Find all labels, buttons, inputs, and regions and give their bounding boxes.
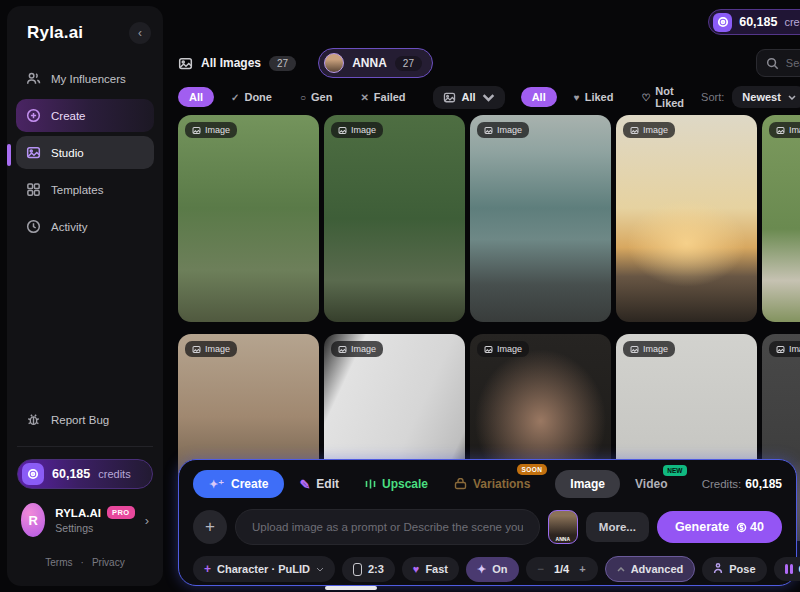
image-card[interactable]: Image bbox=[324, 115, 465, 322]
sidebar-item-activity[interactable]: Activity bbox=[16, 210, 154, 243]
heart-icon: ♥ bbox=[574, 92, 580, 103]
generate-cost: 40 bbox=[736, 520, 764, 534]
tab-anna[interactable]: ANNA 27 bbox=[318, 48, 433, 78]
sidebar-item-create[interactable]: Create bbox=[16, 99, 154, 132]
filter-status-gen[interactable]: ○Gen bbox=[289, 87, 343, 107]
sidebar-item-studio[interactable]: Studio bbox=[16, 136, 154, 169]
circle-icon: ○ bbox=[300, 92, 306, 103]
search-icon bbox=[766, 57, 779, 70]
outfit-icon bbox=[785, 564, 793, 574]
batch-count-value: 1/4 bbox=[554, 563, 569, 575]
plus-circle-icon bbox=[26, 108, 41, 123]
composer-tab-create[interactable]: ✦⁺Create bbox=[193, 470, 284, 498]
terms-link[interactable]: Terms bbox=[45, 557, 72, 568]
generate-button[interactable]: Generate 40 bbox=[657, 511, 782, 543]
upscale-bars-icon bbox=[365, 478, 376, 490]
sort-label: Sort: bbox=[701, 91, 724, 103]
collection-tabs: All Images 27 ANNA 27 bbox=[178, 44, 800, 82]
character-model-dropdown[interactable]: + Character · PuLID bbox=[193, 556, 335, 582]
generation-composer: ✦⁺Create ✎Edit Upscale Variations SOON I… bbox=[178, 459, 797, 586]
portrait-ratio-icon bbox=[353, 563, 362, 576]
grid-icon bbox=[26, 182, 41, 197]
sidebar-item-templates[interactable]: Templates bbox=[16, 173, 154, 206]
settings-link[interactable]: Settings bbox=[55, 522, 134, 534]
sidebar-credits-badge[interactable]: 60,185 credits bbox=[17, 459, 153, 489]
decrease-button[interactable]: − bbox=[538, 563, 544, 575]
coin-icon bbox=[736, 522, 747, 533]
image-icon bbox=[338, 345, 347, 354]
image-type-badge: Image bbox=[477, 122, 529, 138]
pose-button[interactable]: Pose bbox=[702, 557, 766, 582]
advanced-button[interactable]: Advanced bbox=[605, 556, 696, 582]
sort-dropdown[interactable]: Newest bbox=[732, 86, 800, 108]
sidebar-collapse-button[interactable]: ‹ bbox=[129, 22, 151, 44]
soon-badge: SOON bbox=[517, 464, 548, 475]
chevron-down-icon bbox=[482, 91, 495, 104]
image-card[interactable]: Image bbox=[470, 115, 611, 322]
tab-all-images[interactable]: All Images 27 bbox=[178, 56, 296, 71]
filter-like-all[interactable]: All bbox=[521, 87, 557, 107]
filter-liked[interactable]: ♥Liked bbox=[563, 87, 625, 107]
sidebar-item-my-influencers[interactable]: My Influencers bbox=[16, 62, 154, 95]
check-icon: ✓ bbox=[231, 92, 239, 103]
filter-status-done[interactable]: ✓Done bbox=[220, 87, 283, 107]
increase-button[interactable]: + bbox=[579, 563, 585, 575]
more-button[interactable]: More... bbox=[586, 512, 649, 542]
aspect-ratio-button[interactable]: 2:3 bbox=[342, 557, 395, 582]
image-type-badge: Image bbox=[331, 122, 383, 138]
credits-suffix: credits bbox=[98, 468, 130, 480]
chevron-up-icon bbox=[617, 567, 625, 572]
profile-name: RYLA.AI bbox=[55, 507, 101, 519]
fast-mode-button[interactable]: ♥ Fast bbox=[402, 557, 459, 581]
character-avatar[interactable]: ANNA bbox=[548, 510, 578, 544]
avatar bbox=[324, 53, 344, 73]
sidebar-menu: My Influencers Create Studio Templates A… bbox=[7, 58, 163, 247]
mode-image-button[interactable]: Image bbox=[555, 470, 620, 498]
composer-tab-upscale[interactable]: Upscale bbox=[354, 471, 439, 497]
composer-tab-variations[interactable]: Variations SOON bbox=[443, 471, 541, 497]
enhance-toggle[interactable]: ✦ On bbox=[466, 557, 519, 582]
active-indicator bbox=[7, 144, 11, 166]
mode-video-button[interactable]: Video NEW bbox=[624, 471, 678, 497]
credits-amount: 60,185 bbox=[52, 467, 90, 481]
header-credits-badge[interactable]: 60,185 credits bbox=[708, 9, 800, 35]
filter-status-all[interactable]: All bbox=[178, 87, 214, 107]
outfit-button[interactable]: Outfit bbox=[774, 557, 800, 581]
pencil-icon: ✎ bbox=[299, 477, 310, 492]
basket-icon bbox=[454, 478, 467, 490]
composer-tab-edit[interactable]: ✎Edit bbox=[288, 471, 350, 498]
image-icon bbox=[192, 345, 201, 354]
filter-bar: All ✓Done ○Gen ✕Failed All All ♥Liked ♡N… bbox=[178, 82, 800, 112]
image-card[interactable]: Image bbox=[178, 115, 319, 322]
users-icon bbox=[26, 71, 41, 86]
prompt-input[interactable] bbox=[235, 509, 540, 545]
tab-count: 27 bbox=[395, 56, 422, 71]
image-type-badge: Image bbox=[331, 341, 383, 357]
sidebar-item-label: Create bbox=[51, 110, 86, 122]
chevron-right-icon: › bbox=[145, 513, 149, 528]
image-card[interactable]: Image bbox=[616, 115, 757, 322]
image-card[interactable]: Image bbox=[762, 115, 800, 322]
image-icon bbox=[192, 126, 201, 135]
person-icon bbox=[713, 563, 723, 576]
sparkle-icon: ✦⁺ bbox=[209, 478, 224, 491]
composer-credits: Credits:60,185 bbox=[702, 477, 782, 491]
image-icon bbox=[338, 126, 347, 135]
filter-status-failed[interactable]: ✕Failed bbox=[349, 87, 416, 107]
image-icon bbox=[630, 345, 639, 354]
image-type-badge: Image bbox=[477, 341, 529, 357]
sidebar-item-label: Activity bbox=[51, 221, 87, 233]
heart-outline-icon: ♡ bbox=[641, 92, 650, 103]
media-type-dropdown[interactable]: All bbox=[433, 86, 505, 109]
search-input[interactable] bbox=[786, 57, 800, 69]
image-icon bbox=[630, 126, 639, 135]
image-type-badge: Image bbox=[623, 122, 675, 138]
image-icon bbox=[26, 145, 41, 160]
horizontal-scrollbar[interactable] bbox=[325, 586, 377, 590]
report-bug-button[interactable]: Report Bug bbox=[16, 403, 154, 436]
upload-image-button[interactable]: + bbox=[193, 510, 227, 544]
image-type-badge: Image bbox=[185, 122, 237, 138]
filter-not-liked[interactable]: ♡Not Liked bbox=[630, 81, 695, 113]
profile-menu[interactable]: R RYLA.AI PRO Settings › bbox=[17, 489, 153, 543]
privacy-link[interactable]: Privacy bbox=[92, 557, 125, 568]
